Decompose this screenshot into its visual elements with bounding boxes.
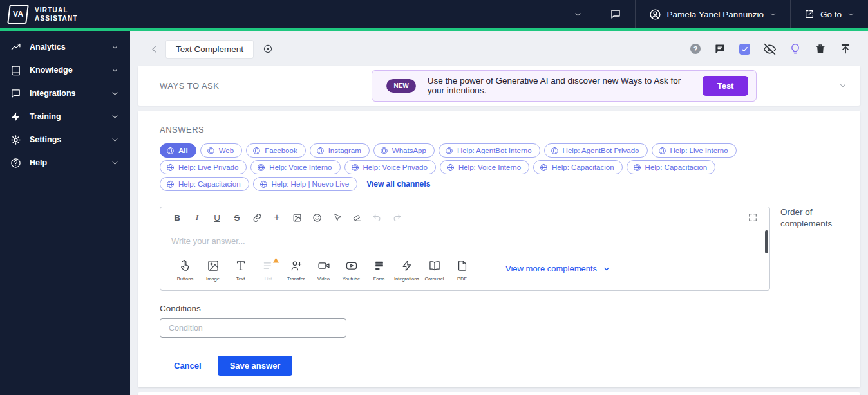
chat-icon [610,8,621,20]
complement-label: PDF [457,276,467,282]
channel-chip-all[interactable]: All [160,143,196,158]
channel-chip[interactable]: Help: Live Privado [160,160,247,174]
idea-button[interactable] [789,43,801,55]
back-button[interactable] [149,44,159,54]
answer-editor: B I U S + [160,207,770,291]
insert-button[interactable]: + [271,212,283,223]
strikethrough-button[interactable]: S [231,213,243,223]
target-button[interactable] [263,44,273,54]
sidebar-item-help[interactable]: Help [0,151,130,174]
image-insert-button[interactable] [291,213,303,223]
channel-chip[interactable]: Help: Voice Privado [344,160,436,174]
page-title[interactable]: Text Complement [165,40,254,59]
channel-chip[interactable]: Help: Voice Interno [250,160,340,174]
complement-buttons[interactable]: Buttons [171,259,199,282]
chip-label: Help: Help | Nuevo Live [272,180,350,188]
italic-button[interactable]: I [191,212,203,223]
channel-chip[interactable]: Help: AgentBot Interno [439,143,540,158]
chip-label: Help: Capacitacion [645,163,708,171]
link-button[interactable] [251,213,263,223]
delete-button[interactable] [815,43,826,55]
complement-form[interactable]: Form [365,259,393,282]
collapse-section-button[interactable] [838,81,847,90]
complement-youtube[interactable]: Youtube [337,259,365,282]
channel-chip[interactable]: Help: Capacitacion [533,160,623,174]
sidebar-item-label: Integrations [30,89,76,98]
editor-scrollbar[interactable] [765,230,768,253]
knowledge-icon [10,65,21,76]
underline-button[interactable]: U [211,213,223,223]
view-more-complements-link[interactable]: View more complements [505,264,610,273]
app-window: VA VIRTUAL ASSISTANT Pamela Yanel Pannun… [0,0,868,395]
view-all-channels-link[interactable]: View all channels [366,179,430,188]
undo-button[interactable] [371,213,382,223]
chevron-down-icon [111,66,119,75]
answer-text-area[interactable]: Write your answer... [160,228,769,259]
complement-transfer[interactable]: Transfer [282,259,310,282]
channel-chip[interactable]: Instagram [310,143,370,158]
channel-chip[interactable]: Web [200,143,242,158]
channel-chip[interactable]: Help: Capacitacion [627,160,716,174]
new-badge: NEW [386,79,415,93]
hide-button[interactable] [764,43,776,55]
chip-label: WhatsApp [392,147,426,154]
expand-icon [748,213,757,222]
complement-text[interactable]: Text [227,259,254,282]
complement-label: Image [206,276,220,282]
carousel-icon [428,259,441,272]
comments-button[interactable] [714,43,726,55]
user-avatar-icon [649,8,661,21]
redo-icon [392,213,402,223]
sidebar-item-settings[interactable]: Settings [0,128,130,151]
complement-video[interactable]: Video [310,259,337,282]
topbar-dropdown-button[interactable] [560,0,596,28]
complement-label: List [265,276,272,282]
approve-toggle[interactable] [739,44,750,55]
user-menu[interactable]: Pamela Yanel Pannunzio [635,0,790,28]
globe-icon [445,147,453,155]
complement-pdf[interactable]: PDF [448,259,476,282]
chip-label: Help: Voice Interno [458,163,521,171]
complement-integrations[interactable]: Integrations [393,259,420,282]
channel-chip[interactable]: Facebook [246,143,306,158]
sidebar-item-integrations[interactable]: Integrations [0,82,130,105]
order-of-complements-note: Order of complements [780,207,838,291]
channel-chip[interactable]: Help: AgentBot Privado [544,143,648,158]
channel-chip[interactable]: Help: Live Interno [652,143,737,158]
undo-icon [372,213,382,223]
complement-image[interactable]: Image [199,259,227,282]
person-plus-icon [290,259,303,272]
comment-icon [714,43,726,55]
complement-carousel[interactable]: Carousel [420,259,448,282]
complements-bar: Buttons Image Text [160,259,769,290]
select-button[interactable] [331,213,343,223]
channel-chip[interactable]: Help: Capacitacion [160,177,249,191]
publish-button[interactable] [840,43,851,55]
channel-chips: All Web Facebook Instagram [160,143,783,191]
channel-chip[interactable]: Help: Voice Interno [440,160,529,174]
topbar-chat-button[interactable] [596,0,635,28]
cancel-button[interactable]: Cancel [174,361,202,371]
test-button[interactable]: Test [703,76,749,96]
image-icon [207,259,220,272]
sidebar-item-analytics[interactable]: Analytics [0,35,130,59]
emoji-button[interactable] [311,213,323,223]
warning-icon [272,257,279,264]
condition-input[interactable] [160,318,346,338]
smiley-icon [312,213,322,223]
bold-button[interactable]: B [171,213,183,223]
clear-format-button[interactable] [351,213,363,223]
chevron-down-icon [111,136,119,144]
save-answer-button[interactable]: Save answer [218,356,293,376]
redo-button[interactable] [391,213,402,223]
chip-label: All [178,147,188,154]
fullscreen-button[interactable] [747,213,759,222]
globe-icon [658,147,666,155]
channel-chip[interactable]: Help: Help | Nuevo Live [253,177,358,191]
help-button[interactable]: ? [690,44,701,54]
channel-chip[interactable]: WhatsApp [373,143,435,158]
sidebar-item-knowledge[interactable]: Knowledge [0,59,130,82]
upload-icon [840,43,851,55]
sidebar-item-training[interactable]: Training [0,105,130,128]
goto-menu[interactable]: Go to [790,0,868,28]
